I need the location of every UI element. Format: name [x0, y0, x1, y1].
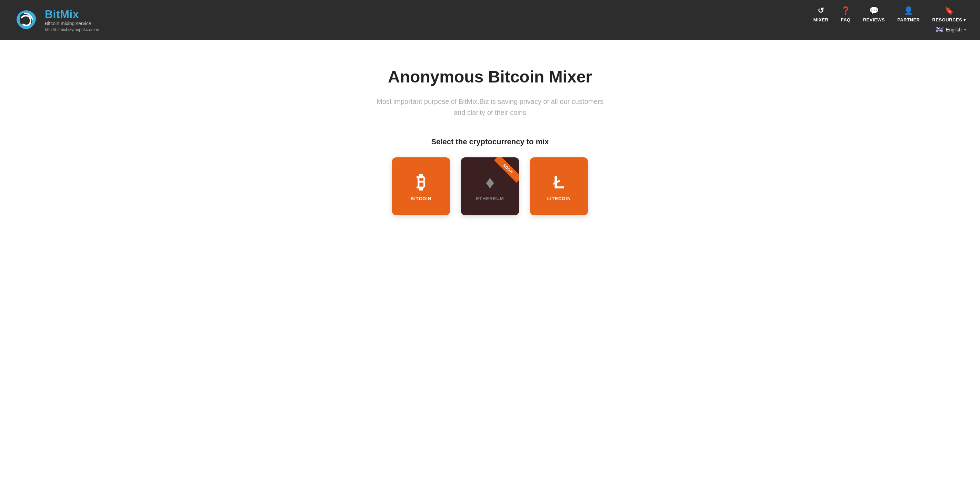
ethereum-label: ETHEREUM — [476, 196, 504, 201]
mixer-icon: ↺ — [818, 6, 824, 15]
logo-title: BitMix — [45, 8, 99, 21]
resources-icon: 🔖 — [945, 6, 954, 15]
partner-icon: 👤 — [904, 6, 913, 15]
logo-icon — [14, 8, 39, 32]
page-title: Anonymous Bitcoin Mixer — [388, 67, 592, 86]
nav-partner[interactable]: 👤 PARTNER — [897, 6, 920, 22]
nav-resources[interactable]: 🔖 RESOURCES ▾ — [932, 6, 966, 22]
nav-mixer[interactable]: ↺ MIXER — [813, 6, 829, 22]
nav-mixer-label: MIXER — [813, 17, 829, 22]
flag-icon: 🇬🇧 — [936, 26, 943, 34]
ethereum-icon: ♦ — [485, 172, 495, 193]
nav-resources-label: RESOURCES ▾ — [932, 17, 966, 22]
faq-icon: ❓ — [841, 6, 851, 15]
main-content: Anonymous Bitcoin Mixer Most important p… — [0, 40, 980, 479]
bitcoin-icon: ₿ — [417, 172, 426, 193]
nav-partner-label: PARTNER — [897, 17, 920, 22]
page-description: Most important purpose of BitMix.Biz is … — [373, 96, 607, 118]
nav-faq-label: FAQ — [841, 17, 850, 22]
logo-area: BitMix Bitcoin mixing service http://bit… — [14, 8, 99, 32]
bitcoin-label: BITCOIN — [411, 196, 431, 201]
language-arrow: ▾ — [964, 28, 966, 32]
nav-area: ↺ MIXER ❓ FAQ 💬 REVIEWS 👤 PARTNER 🔖 RESO… — [813, 6, 966, 34]
logo-subtitle: Bitcoin mixing service — [45, 21, 99, 26]
litecoin-icon: Ł — [554, 172, 565, 193]
logo-text: BitMix Bitcoin mixing service http://bit… — [45, 8, 99, 32]
nav-links: ↺ MIXER ❓ FAQ 💬 REVIEWS 👤 PARTNER 🔖 RESO… — [813, 6, 966, 22]
nav-faq[interactable]: ❓ FAQ — [841, 6, 850, 22]
nav-reviews[interactable]: 💬 REVIEWS — [863, 6, 885, 22]
litecoin-card[interactable]: Ł LITECOIN — [530, 157, 588, 216]
crypto-cards: ₿ BITCOIN ♦ ETHEREUM SOON Ł LITECOIN — [392, 157, 588, 216]
litecoin-label: LITECOIN — [547, 196, 571, 201]
language-selector[interactable]: 🇬🇧 English ▾ — [936, 26, 966, 34]
ethereum-card[interactable]: ♦ ETHEREUM SOON — [461, 157, 519, 216]
language-label: English — [946, 27, 962, 32]
crypto-section-title: Select the cryptocurrency to mix — [431, 137, 549, 146]
reviews-icon: 💬 — [869, 6, 879, 15]
bitcoin-card[interactable]: ₿ BITCOIN — [392, 157, 450, 216]
logo-url: http://bitmixbizymuphkc.onion — [45, 27, 99, 32]
soon-ribbon: SOON — [494, 157, 519, 182]
site-header: BitMix Bitcoin mixing service http://bit… — [0, 0, 980, 40]
nav-reviews-label: REVIEWS — [863, 17, 885, 22]
